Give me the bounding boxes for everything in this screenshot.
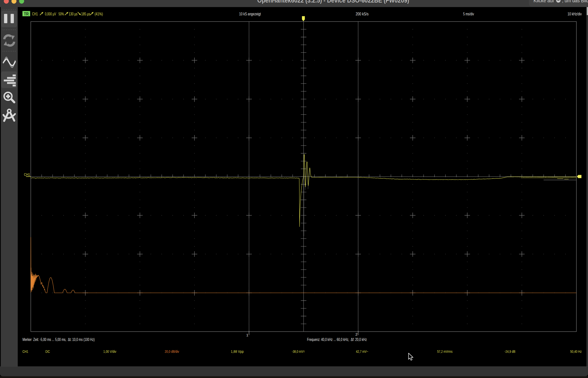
svg-text:OpenHantek6022 (3.2.5) - Devic: OpenHantek6022 (3.2.5) - Device DSO-6022… — [257, 0, 409, 4]
svg-text:57,2 mVrms: 57,2 mVrms — [437, 349, 453, 354]
svg-text:2: 2 — [355, 332, 358, 336]
svg-text:, um das Bildschirmfoto: , um das Bildschirmfoto — [562, 0, 588, 3]
svg-text:0,000 µV: 0,000 µV — [45, 12, 56, 16]
svg-text:200 kS/s: 200 kS/s — [356, 12, 369, 16]
svg-text:Klicke auf: Klicke auf — [534, 0, 554, 3]
svg-text:CH1: CH1 — [24, 172, 30, 177]
svg-text:1: 1 — [246, 333, 248, 337]
svg-text:5 ms/div: 5 ms/div — [463, 12, 474, 16]
svg-text:20,0 dB/div: 20,0 dB/div — [165, 349, 179, 354]
svg-text:50%: 50% — [59, 12, 64, 16]
svg-text:TR: TR — [24, 12, 29, 16]
svg-text:50,40 Hz: 50,40 Hz — [570, 349, 582, 354]
svg-text:1,88 Vpp: 1,88 Vpp — [231, 349, 244, 354]
svg-text:10 kS angezeigt: 10 kS angezeigt — [239, 12, 261, 16]
svg-text:Frequenz: 40,0 kHz ... 60,0 kH: Frequenz: 40,0 kHz ... 60,0 kHz, Δf: 20,… — [307, 337, 367, 342]
svg-text:185 µs: 185 µs — [81, 12, 90, 16]
svg-text:(41%): (41%) — [95, 12, 103, 16]
svg-text:CH1: CH1 — [22, 349, 28, 354]
svg-text:130 µs: 130 µs — [69, 12, 78, 16]
svg-text:10 kHz/div: 10 kHz/div — [568, 12, 582, 16]
svg-text:1,00 V/div: 1,00 V/div — [103, 349, 117, 354]
svg-text:-24,9 dB: -24,9 dB — [505, 349, 515, 354]
svg-text:DC: DC — [45, 349, 50, 354]
svg-text:CH1: CH1 — [32, 12, 38, 16]
svg-text:-38,0 mV=: -38,0 mV= — [292, 349, 305, 354]
svg-text:42,7 mV~: 42,7 mV~ — [356, 349, 368, 354]
svg-text:Merker Zeit: -5,00 ms ... 5,0: Merker Zeit: -5,00 ms ... 5,00 ms, Δt: 1… — [22, 337, 95, 342]
